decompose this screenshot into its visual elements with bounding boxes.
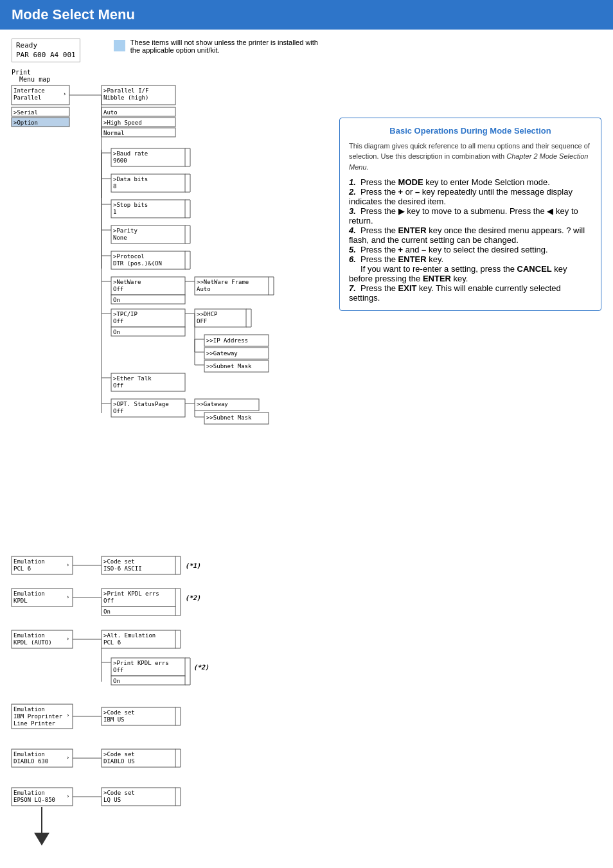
svg-text:>Print KPDL errs: >Print KPDL errs bbox=[113, 660, 169, 666]
svg-text:On: On bbox=[113, 329, 120, 335]
svg-text:Off: Off bbox=[103, 598, 114, 604]
svg-text:Off: Off bbox=[113, 667, 123, 673]
svg-text:›: › bbox=[66, 754, 69, 761]
info-box-intro: This diagram gives quick reference to al… bbox=[349, 141, 592, 173]
svg-text:Auto: Auto bbox=[197, 286, 211, 292]
header: Mode Select Menu bbox=[0, 0, 613, 30]
svg-text:Normal: Normal bbox=[103, 130, 125, 136]
svg-marker-191 bbox=[34, 833, 49, 846]
svg-text:›: › bbox=[63, 91, 66, 97]
svg-text:>Option: >Option bbox=[13, 120, 38, 126]
svg-text:>>Gateway: >>Gateway bbox=[206, 350, 238, 357]
svg-text:›: › bbox=[66, 712, 69, 718]
svg-text:>High Speed: >High Speed bbox=[103, 120, 142, 126]
svg-text:KPDL (AUTO): KPDL (AUTO) bbox=[13, 639, 52, 646]
page-title: Mode Select Menu bbox=[12, 6, 601, 23]
svg-text:(*2): (*2) bbox=[193, 664, 209, 671]
right-panel: Basic Operations During Mode Selection T… bbox=[339, 85, 601, 319]
svg-text:On: On bbox=[113, 678, 120, 684]
note-area: These items willl not show unless the pr… bbox=[114, 39, 323, 54]
svg-text:PCL 6: PCL 6 bbox=[13, 565, 31, 572]
svg-text:>Print KPDL errs: >Print KPDL errs bbox=[103, 590, 159, 597]
page: Mode Select Menu ReadyPAR 600 A4 001 The… bbox=[0, 0, 613, 868]
note-color-swatch bbox=[114, 40, 125, 51]
svg-text:>Code set: >Code set bbox=[103, 751, 135, 757]
svg-text:>>IP Address: >>IP Address bbox=[206, 337, 248, 344]
svg-text:(*2): (*2) bbox=[185, 594, 200, 601]
svg-text:DIABLO 630: DIABLO 630 bbox=[13, 758, 48, 765]
svg-text:›: › bbox=[66, 793, 69, 799]
svg-text:>Alt. Emulation: >Alt. Emulation bbox=[103, 632, 155, 639]
svg-text:Emulation: Emulation bbox=[13, 751, 45, 757]
svg-text:IBM US: IBM US bbox=[103, 716, 125, 723]
svg-text:>>NetWare Frame: >>NetWare Frame bbox=[197, 279, 249, 285]
svg-text:Off: Off bbox=[113, 286, 123, 292]
svg-text:Nibble (high): Nibble (high) bbox=[103, 94, 148, 101]
svg-text:>>Gateway: >>Gateway bbox=[197, 401, 228, 407]
svg-text:Off: Off bbox=[113, 408, 123, 414]
svg-text:Emulation: Emulation bbox=[13, 632, 45, 639]
steps-list: 1. Press the MODE key to enter Mode Selc… bbox=[349, 177, 592, 303]
svg-text:›: › bbox=[66, 594, 69, 600]
svg-text:On: On bbox=[113, 297, 120, 303]
svg-rect-73 bbox=[111, 327, 185, 336]
svg-text:>Code set: >Code set bbox=[103, 558, 135, 565]
svg-text:Emulation: Emulation bbox=[13, 706, 45, 713]
svg-text:1: 1 bbox=[113, 209, 116, 215]
svg-text:LQ US: LQ US bbox=[103, 797, 121, 803]
note-text: These items willl not show unless the pr… bbox=[130, 39, 323, 54]
svg-text:>Protocol: >Protocol bbox=[113, 253, 145, 260]
svg-text:›: › bbox=[66, 635, 69, 642]
svg-text:None: None bbox=[113, 235, 127, 241]
step-3: 3. Press the ▶ key to move to a submenu.… bbox=[349, 206, 592, 226]
svg-text:Emulation: Emulation bbox=[13, 558, 45, 565]
svg-text:8: 8 bbox=[113, 183, 116, 190]
svg-text:Emulation: Emulation bbox=[13, 790, 45, 796]
svg-rect-129 bbox=[102, 607, 175, 616]
print-label: Print Menu map bbox=[12, 69, 601, 83]
svg-text:IBM Proprinter: IBM Proprinter bbox=[13, 713, 62, 720]
svg-text:Auto: Auto bbox=[103, 109, 118, 116]
svg-rect-151 bbox=[111, 676, 185, 685]
svg-text:Line Printer: Line Printer bbox=[13, 720, 56, 727]
svg-text:>>DHCP: >>DHCP bbox=[197, 311, 218, 317]
svg-text:>>Subnet Mask: >>Subnet Mask bbox=[206, 414, 252, 421]
step-7: 7. Press the EXIT key. This will enable … bbox=[349, 283, 592, 303]
svg-text:>Stop bits: >Stop bits bbox=[113, 202, 148, 208]
svg-text:>Ether Talk: >Ether Talk bbox=[113, 375, 152, 382]
svg-text:>Code set: >Code set bbox=[103, 709, 135, 716]
svg-text:ISO-6 ASCII: ISO-6 ASCII bbox=[103, 565, 142, 572]
svg-text:>NetWare: >NetWare bbox=[113, 279, 141, 285]
svg-rect-60 bbox=[111, 295, 185, 304]
svg-text:Interface: Interface bbox=[13, 87, 45, 94]
svg-text:>TPC/IP: >TPC/IP bbox=[113, 311, 138, 317]
svg-text:>Data bits: >Data bits bbox=[113, 176, 148, 182]
svg-text:>>Subnet Mask: >>Subnet Mask bbox=[206, 363, 252, 369]
svg-text:>Parallel I/F: >Parallel I/F bbox=[103, 87, 148, 94]
svg-text:>Baud rate: >Baud rate bbox=[113, 150, 148, 157]
svg-text:EPSON LQ-850: EPSON LQ-850 bbox=[13, 797, 55, 803]
svg-text:>Serial: >Serial bbox=[13, 109, 38, 116]
svg-text:>Code set: >Code set bbox=[103, 790, 135, 796]
info-box-title: Basic Operations During Mode Selection bbox=[349, 126, 592, 136]
svg-text:Off: Off bbox=[113, 318, 123, 324]
svg-text:Off: Off bbox=[113, 382, 123, 389]
step-2: 2. Press the + or – key repeatedly until… bbox=[349, 187, 592, 206]
svg-text:>OPT. StatusPage: >OPT. StatusPage bbox=[113, 401, 169, 407]
svg-text:9600: 9600 bbox=[113, 157, 127, 164]
info-box: Basic Operations During Mode Selection T… bbox=[339, 118, 601, 312]
svg-text:DTR (pos.)&(ON: DTR (pos.)&(ON bbox=[113, 260, 162, 267]
status-row: ReadyPAR 600 A4 001 These items willl no… bbox=[12, 39, 601, 62]
step-1: 1. Press the MODE key to enter Mode Selc… bbox=[349, 177, 592, 187]
tree-svg: Interface Parallel › >Serial >Option >Pa… bbox=[12, 85, 326, 548]
step-4: 4. Press the ENTER key once the desired … bbox=[349, 226, 592, 245]
svg-text:OFF: OFF bbox=[197, 318, 207, 324]
svg-text:KPDL: KPDL bbox=[13, 598, 28, 604]
svg-text:Parallel: Parallel bbox=[13, 94, 41, 101]
status-box: ReadyPAR 600 A4 001 bbox=[12, 39, 80, 62]
step-5: 5. Press the + and – key to select the d… bbox=[349, 245, 592, 254]
step-6: 6. Press the ENTER key. If you want to r… bbox=[349, 254, 592, 283]
svg-text:On: On bbox=[103, 608, 111, 615]
svg-text:PCL 6: PCL 6 bbox=[103, 639, 121, 646]
svg-text:>Parity: >Parity bbox=[113, 227, 138, 234]
